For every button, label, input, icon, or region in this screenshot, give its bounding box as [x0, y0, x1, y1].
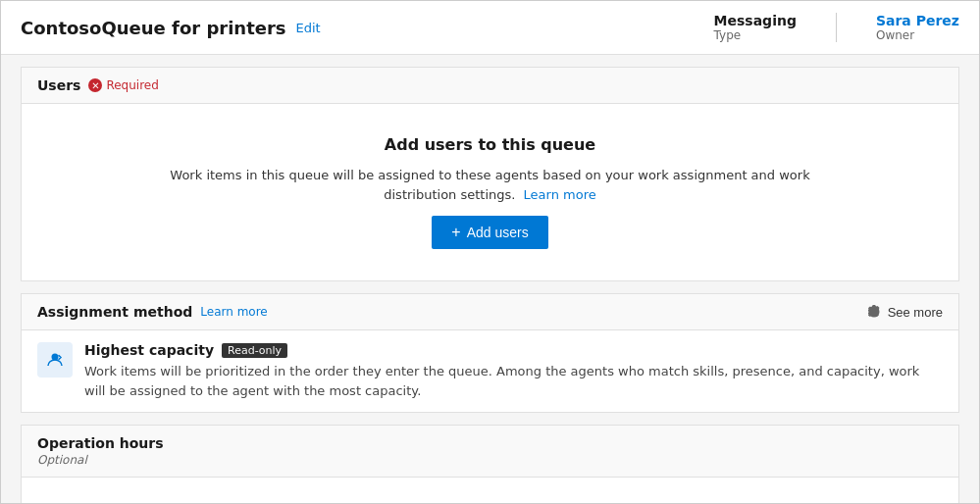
- meta-owner: Sara Perez Owner: [876, 13, 959, 42]
- header-meta: Messaging Type Sara Perez Owner: [714, 13, 959, 42]
- meta-type: Messaging Type: [714, 13, 797, 42]
- operation-panel-body: Set your operation hours Choose the days…: [22, 478, 958, 503]
- header-right: Messaging Type Sara Perez Owner: [714, 13, 959, 42]
- page-header: ContosoQueue for printers Edit Messaging…: [1, 1, 979, 55]
- assignment-name: Highest capacity: [84, 342, 214, 358]
- assignment-icon-wrap: [37, 342, 73, 378]
- users-title: Users: [37, 77, 80, 93]
- assignment-header-left: Assignment method Learn more: [37, 304, 268, 320]
- plus-icon: +: [451, 224, 460, 241]
- meta-owner-value[interactable]: Sara Perez: [876, 13, 959, 28]
- optional-label: Optional: [37, 453, 87, 467]
- page-title: ContosoQueue for printers: [21, 18, 286, 38]
- add-users-button[interactable]: + Add users: [432, 216, 547, 249]
- users-section-header: Users ✕ Required: [22, 68, 958, 104]
- operation-title: Operation hours: [37, 435, 164, 451]
- assignment-title: Assignment method: [37, 304, 192, 320]
- users-learn-more-link[interactable]: Learn more: [524, 187, 596, 202]
- assignment-desc: Work items will be prioritized in the or…: [84, 362, 943, 400]
- capacity-icon: [45, 350, 65, 370]
- assignment-title-row: Highest capacity Read-only: [84, 342, 943, 358]
- users-header-left: Users ✕ Required: [37, 77, 159, 93]
- add-users-label: Add users: [467, 225, 529, 240]
- meta-owner-label: Owner: [876, 28, 914, 42]
- page-content: Users ✕ Required Add users to this queue…: [1, 55, 979, 503]
- operation-section-header: Operation hours Optional: [22, 426, 958, 478]
- meta-type-label: Type: [714, 28, 742, 42]
- assignment-section: Assignment method Learn more See more: [21, 293, 959, 413]
- assignment-learn-more-link[interactable]: Learn more: [200, 305, 267, 319]
- read-only-badge: Read-only: [222, 343, 287, 358]
- users-section: Users ✕ Required Add users to this queue…: [21, 67, 959, 281]
- header-left: ContosoQueue for printers Edit: [21, 18, 321, 38]
- see-more-button[interactable]: See more: [866, 304, 943, 320]
- add-users-desc: Work items in this queue will be assigne…: [157, 166, 824, 204]
- operation-optional: Optional: [37, 451, 943, 467]
- gear-icon: [866, 304, 882, 320]
- assignment-content: Highest capacity Read-only Work items wi…: [84, 342, 943, 400]
- edit-link[interactable]: Edit: [296, 21, 321, 35]
- assignment-header: Assignment method Learn more See more: [22, 294, 958, 330]
- required-badge: ✕ Required: [88, 78, 158, 92]
- users-panel-body: Add users to this queue Work items in th…: [22, 104, 958, 280]
- meta-type-value: Messaging: [714, 13, 797, 28]
- meta-divider: [836, 13, 837, 42]
- operation-section: Operation hours Optional Set your operat…: [21, 425, 959, 503]
- add-users-title: Add users to this queue: [385, 135, 595, 154]
- app-window: ContosoQueue for printers Edit Messaging…: [0, 0, 980, 504]
- required-label: Required: [106, 78, 158, 92]
- see-more-label: See more: [888, 305, 943, 320]
- assignment-item: Highest capacity Read-only Work items wi…: [22, 330, 958, 412]
- required-icon: ✕: [88, 78, 102, 92]
